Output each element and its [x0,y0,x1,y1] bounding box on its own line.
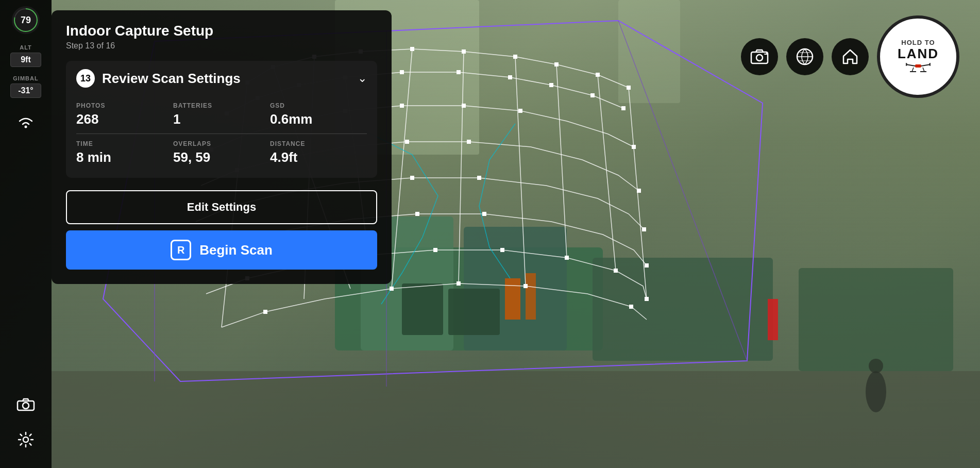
time-label: TIME [76,140,173,147]
sidebar: 79 ALT 9ft GIMBAL -31° [0,0,52,468]
svg-point-79 [25,126,27,128]
hold-to-land-button[interactable]: HOLD TO LAND [877,15,959,98]
settings-icon[interactable] [18,431,34,452]
alt-value: 9ft [10,53,41,67]
land-drone-icon [906,62,931,75]
home-button[interactable] [832,38,869,75]
battery-percent: 79 [15,9,37,31]
photos-stat: PHOTOS 268 [76,98,173,131]
distance-label: DISTANCE [270,140,367,147]
alt-label: ALT [20,44,32,51]
time-value: 8 min [76,149,173,165]
svg-rect-86 [915,64,921,68]
main-panel: Indoor Capture Setup Step 13 of 16 13 Re… [52,10,392,284]
step-number-badge: 13 [76,69,95,88]
step-header: 13 Review Scan Settings ⌄ [76,69,367,88]
altitude-section: ALT 9ft [0,44,52,75]
distance-value: 4.9ft [270,149,367,165]
distance-stat: DISTANCE 4.9ft [270,136,367,170]
batteries-label: BATTERIES [173,102,270,109]
edit-settings-button[interactable]: Edit Settings [66,190,377,224]
wifi-icon [16,114,35,132]
overlaps-value: 59, 59 [173,149,270,165]
gsd-label: GSD [270,102,367,109]
time-stat: TIME 8 min [76,136,173,170]
batteries-stat: BATTERIES 1 [173,98,270,131]
overlaps-label: OVERLAPS [173,140,270,147]
overlaps-stat: OVERLAPS 59, 59 [173,136,270,170]
gsd-value: 0.6mm [270,111,367,127]
step-title: Review Scan Settings [102,71,241,87]
photos-label: PHOTOS [76,102,173,109]
top-right-controls: HOLD TO LAND [741,15,959,98]
svg-point-82 [23,437,28,442]
gimbal-label: GIMBAL [13,75,38,81]
step-header-left: 13 Review Scan Settings [76,69,241,88]
gimbal-value: -31° [10,83,41,98]
photos-value: 268 [76,111,173,127]
battery-indicator: 79 [12,6,40,34]
gimbal-section: GIMBAL -31° [0,75,52,106]
begin-scan-button[interactable]: R Begin Scan [66,230,377,270]
svg-line-92 [923,68,924,72]
svg-point-81 [23,403,29,409]
panel-subtitle: Step 13 of 16 [66,41,377,51]
collapse-icon[interactable]: ⌄ [358,72,367,85]
stats-grid: PHOTOS 268 BATTERIES 1 GSD 0.6mm TIME 8 … [76,98,367,170]
gsd-stat: GSD 0.6mm [270,98,367,131]
begin-scan-label: Begin Scan [199,242,273,258]
r-key-badge: R [171,240,191,260]
svg-line-91 [912,68,914,72]
panel-title: Indoor Capture Setup [66,23,377,39]
batteries-value: 1 [173,111,270,127]
map-button[interactable] [786,38,823,75]
svg-point-90 [929,63,931,66]
step-section: 13 Review Scan Settings ⌄ PHOTOS 268 BAT… [66,61,377,178]
svg-point-89 [906,63,907,66]
hold-to-land-main-text: LAND [898,47,939,60]
svg-point-84 [756,55,763,61]
camera-icon[interactable] [16,397,35,415]
screenshot-button[interactable] [741,38,778,75]
